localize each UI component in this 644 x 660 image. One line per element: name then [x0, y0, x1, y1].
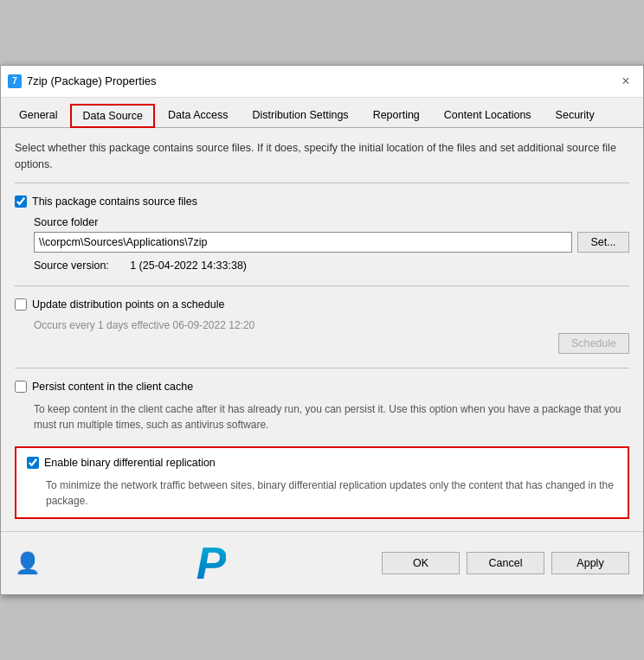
title-bar: 7 7zip (Package) Properties × — [1, 66, 643, 98]
title-bar-left: 7 7zip (Package) Properties — [8, 74, 157, 88]
tab-data-source[interactable]: Data Source — [70, 104, 154, 128]
main-window: 7 7zip (Package) Properties × General Da… — [0, 65, 644, 596]
persist-content-checkbox[interactable] — [15, 381, 27, 393]
update-distribution-checkbox[interactable] — [15, 298, 27, 311]
logo-area: P — [41, 541, 382, 586]
binary-replication-checkbox[interactable] — [27, 457, 39, 469]
binary-replication-label: Enable binary differential replication — [44, 457, 216, 469]
tab-general[interactable]: General — [8, 104, 68, 128]
schedule-button[interactable]: Schedule — [558, 333, 629, 354]
person-icon: 👤 — [15, 551, 41, 575]
update-distribution-section: Update distribution points on a schedule… — [15, 298, 629, 354]
contains-source-checkbox[interactable] — [15, 195, 27, 208]
contains-source-section: This package contains source files Sourc… — [15, 195, 629, 272]
source-version-value: 1 (25-04-2022 14:33:38) — [130, 260, 247, 272]
occurs-text: Occurs every 1 days effective 06-09-2022… — [34, 319, 629, 331]
tabs-bar: General Data Source Data Access Distribu… — [1, 98, 643, 128]
logo-p-icon: P — [196, 541, 227, 586]
close-button[interactable]: × — [615, 71, 636, 92]
update-distribution-row: Update distribution points on a schedule — [15, 298, 629, 311]
persist-content-row: Persist content in the client cache — [15, 381, 629, 393]
tab-reporting[interactable]: Reporting — [362, 104, 431, 128]
footer-buttons: OK Cancel Apply — [382, 552, 629, 574]
source-folder-input-row: Set... — [34, 232, 629, 253]
source-version-label: Source version: — [34, 260, 109, 272]
footer: 👤 P OK Cancel Apply — [1, 531, 643, 594]
schedule-row: Schedule — [15, 333, 629, 354]
ok-button[interactable]: OK — [382, 552, 460, 574]
source-folder-label: Source folder — [34, 216, 629, 228]
source-version-row: Source version: 1 (25-04-2022 14:33:38) — [34, 260, 629, 272]
footer-left: 👤 — [15, 551, 41, 575]
apply-button[interactable]: Apply — [551, 552, 629, 574]
persist-content-description: To keep content in the client cache afte… — [34, 401, 629, 433]
tab-distribution-settings[interactable]: Distribution Settings — [241, 104, 359, 128]
tab-content-locations[interactable]: Content Locations — [433, 104, 543, 128]
persist-content-label: Persist content in the client cache — [32, 381, 193, 393]
divider-1 — [15, 183, 629, 183]
source-folder-input[interactable] — [34, 232, 572, 253]
tab-content: Select whether this package contains sou… — [1, 128, 643, 532]
update-distribution-label: Update distribution points on a schedule — [32, 298, 224, 311]
divider-2 — [15, 285, 629, 286]
divider-3 — [15, 368, 629, 368]
window-icon: 7 — [8, 74, 22, 88]
tab-security[interactable]: Security — [544, 104, 606, 128]
binary-replication-description: To minimize the network traffic between … — [46, 477, 617, 509]
tab-description: Select whether this package contains sou… — [15, 140, 629, 173]
persist-content-section: Persist content in the client cache To k… — [15, 381, 629, 433]
binary-replication-row: Enable binary differential replication — [27, 457, 617, 469]
cancel-button[interactable]: Cancel — [467, 552, 544, 574]
tab-data-access[interactable]: Data Access — [157, 104, 239, 128]
contains-source-row: This package contains source files — [15, 195, 629, 208]
set-button[interactable]: Set... — [577, 232, 629, 253]
contains-source-label: This package contains source files — [32, 195, 197, 208]
window-title: 7zip (Package) Properties — [27, 74, 157, 87]
binary-replication-section: Enable binary differential replication T… — [15, 446, 629, 519]
